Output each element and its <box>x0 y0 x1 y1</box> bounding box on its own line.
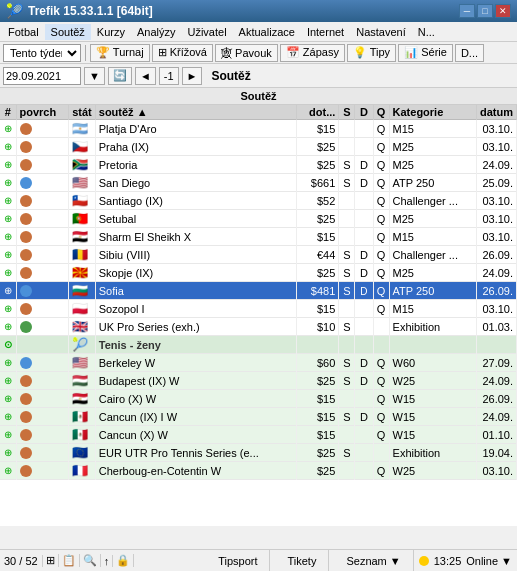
table-row[interactable]: ⊕🇧🇬Sofia$481SDQATP 25026.09. <box>0 282 517 300</box>
prev-btn[interactable]: ◄ <box>135 67 156 85</box>
tipy-button[interactable]: 💡 Tipy <box>347 44 396 62</box>
expand-btn[interactable]: ⊙ <box>0 336 16 354</box>
menu-analyzy[interactable]: Analýzy <box>131 24 182 40</box>
expand-btn[interactable]: ⊕ <box>0 174 16 192</box>
name-cell[interactable]: UK Pro Series (exh.) <box>95 318 297 336</box>
tab-seznam[interactable]: Seznam ▼ <box>334 550 413 572</box>
krizova-button[interactable]: ⊞ Křížová <box>152 44 213 62</box>
d-button[interactable]: D... <box>455 44 484 62</box>
table-row[interactable]: ⊕🇵🇹Setubal$25QM2503.10. <box>0 210 517 228</box>
grid-icon[interactable]: ⊞ <box>43 554 59 567</box>
search-icon[interactable]: 🔍 <box>80 554 101 567</box>
name-cell[interactable]: Cairo (X) W <box>95 390 297 408</box>
col-datum[interactable]: datum <box>477 105 517 120</box>
minimize-button[interactable]: ─ <box>459 4 475 18</box>
lock-icon[interactable]: 🔒 <box>113 554 134 567</box>
name-cell[interactable]: Skopje (IX) <box>95 264 297 282</box>
expand-btn[interactable]: ⊕ <box>0 282 16 300</box>
name-cell[interactable]: San Diego <box>95 174 297 192</box>
table-row[interactable]: ⊕🇦🇷Platja D'Aro$15QM1503.10. <box>0 120 517 138</box>
name-cell[interactable]: Santiago (IX) <box>95 192 297 210</box>
next-btn[interactable]: ► <box>182 67 203 85</box>
col-q[interactable]: Q <box>373 105 389 120</box>
list-icon[interactable]: 📋 <box>59 554 80 567</box>
name-cell[interactable]: Budapest (IX) W <box>95 372 297 390</box>
name-cell[interactable]: Pretoria <box>95 156 297 174</box>
turnaj-button[interactable]: 🏆 Turnaj <box>90 44 150 62</box>
table-row[interactable]: ⊕🇭🇺Budapest (IX) W$25SDQW2524.09. <box>0 372 517 390</box>
expand-btn[interactable]: ⊕ <box>0 462 16 480</box>
expand-btn[interactable]: ⊕ <box>0 426 16 444</box>
table-row[interactable]: ⊕🇪🇬Cairo (X) W$15QW1526.09. <box>0 390 517 408</box>
expand-btn[interactable]: ⊕ <box>0 156 16 174</box>
col-s[interactable]: S <box>339 105 355 120</box>
table-container[interactable]: # povrch stát soutěž ▲ dot... S D Q Kate… <box>0 105 517 526</box>
table-row[interactable]: ⊕🇺🇸Berkeley W$60SDQW6027.09. <box>0 354 517 372</box>
expand-btn[interactable]: ⊕ <box>0 354 16 372</box>
table-row[interactable]: ⊕🇲🇰Skopje (IX)$25SDQM2524.09. <box>0 264 517 282</box>
table-row[interactable]: ⊕🇪🇬Sharm El Sheikh X$15QM1503.10. <box>0 228 517 246</box>
table-row[interactable]: ⊕🇷🇴Sibiu (VIII)€44SDQChallenger ...26.09… <box>0 246 517 264</box>
period-combo[interactable]: Tento týden <box>3 44 81 62</box>
col-dot[interactable]: dot... <box>297 105 339 120</box>
table-row[interactable]: ⊕🇬🇧UK Pro Series (exh.)$10SExhibition01.… <box>0 318 517 336</box>
expand-btn[interactable]: ⊕ <box>0 210 16 228</box>
name-cell[interactable]: Setubal <box>95 210 297 228</box>
refresh-btn[interactable]: 🔄 <box>108 67 132 85</box>
table-row[interactable]: ⊕🇨🇱Santiago (IX)$52QChallenger ...03.10. <box>0 192 517 210</box>
name-cell[interactable]: Berkeley W <box>95 354 297 372</box>
table-row[interactable]: ⊕🇿🇦Pretoria$25SDQM2524.09. <box>0 156 517 174</box>
tab-tikety[interactable]: Tikety <box>275 550 329 572</box>
col-expand[interactable]: # <box>0 105 16 120</box>
zapasy-button[interactable]: 📅 Zápasy <box>280 44 345 62</box>
pavouk-button[interactable]: 🕸 Pavouk <box>215 44 278 62</box>
name-cell[interactable]: Sozopol I <box>95 300 297 318</box>
expand-btn[interactable]: ⊕ <box>0 390 16 408</box>
name-cell[interactable]: Platja D'Aro <box>95 120 297 138</box>
expand-btn[interactable]: ⊕ <box>0 300 16 318</box>
name-cell[interactable]: Sofia <box>95 282 297 300</box>
name-cell[interactable]: Praha (IX) <box>95 138 297 156</box>
menu-soutez[interactable]: Soutěž <box>45 24 91 40</box>
menu-aktualizace[interactable]: Aktualizace <box>233 24 301 40</box>
serie-button[interactable]: 📊 Série <box>398 44 453 62</box>
sort-icon[interactable]: ↑ <box>101 555 114 567</box>
expand-btn[interactable]: ⊕ <box>0 138 16 156</box>
name-cell[interactable]: Cancun (X) W <box>95 426 297 444</box>
close-button[interactable]: ✕ <box>495 4 511 18</box>
expand-btn[interactable]: ⊕ <box>0 408 16 426</box>
tab-tipsport[interactable]: Tipsport <box>206 550 270 572</box>
name-cell[interactable]: Cancun (IX) I W <box>95 408 297 426</box>
table-row[interactable]: ⊕🇵🇱Sozopol I$15QM1503.10. <box>0 300 517 318</box>
expand-btn[interactable]: ⊕ <box>0 228 16 246</box>
menu-uzivatel[interactable]: Uživatel <box>181 24 232 40</box>
name-cell[interactable]: Cherboug-en-Cotentin W <box>95 462 297 480</box>
menu-fotbal[interactable]: Fotbal <box>2 24 45 40</box>
maximize-button[interactable]: □ <box>477 4 493 18</box>
expand-btn[interactable]: ⊕ <box>0 264 16 282</box>
table-row[interactable]: ⊙🎾Tenis - ženy <box>0 336 517 354</box>
col-povrch[interactable]: povrch <box>16 105 69 120</box>
name-cell[interactable]: EUR UTR Pro Tennis Series (e... <box>95 444 297 462</box>
name-cell[interactable]: Sibiu (VIII) <box>95 246 297 264</box>
menu-n[interactable]: N... <box>412 24 441 40</box>
expand-btn[interactable]: ⊕ <box>0 192 16 210</box>
expand-btn[interactable]: ⊕ <box>0 246 16 264</box>
table-row[interactable]: ⊕🇲🇽Cancun (IX) I W$15SDQW1524.09. <box>0 408 517 426</box>
expand-btn[interactable]: ⊕ <box>0 372 16 390</box>
table-row[interactable]: ⊕🇪🇺EUR UTR Pro Tennis Series (e...$25SEx… <box>0 444 517 462</box>
expand-btn[interactable]: ⊕ <box>0 120 16 138</box>
col-soutez[interactable]: soutěž ▲ <box>95 105 297 120</box>
table-row[interactable]: ⊕🇨🇿Praha (IX)$25QM2503.10. <box>0 138 517 156</box>
expand-btn[interactable]: ⊕ <box>0 318 16 336</box>
table-row[interactable]: ⊕🇫🇷Cherboug-en-Cotentin W$25QW2503.10. <box>0 462 517 480</box>
name-cell[interactable]: Sharm El Sheikh X <box>95 228 297 246</box>
menu-nastaveni[interactable]: Nastavení <box>350 24 412 40</box>
menu-internet[interactable]: Internet <box>301 24 350 40</box>
online-label[interactable]: Online ▼ <box>466 555 512 567</box>
col-stat[interactable]: stát <box>69 105 96 120</box>
name-cell[interactable]: Tenis - ženy <box>95 336 297 354</box>
col-d[interactable]: D <box>355 105 373 120</box>
expand-btn[interactable]: ⊕ <box>0 444 16 462</box>
date-dropdown-btn[interactable]: ▼ <box>84 67 105 85</box>
